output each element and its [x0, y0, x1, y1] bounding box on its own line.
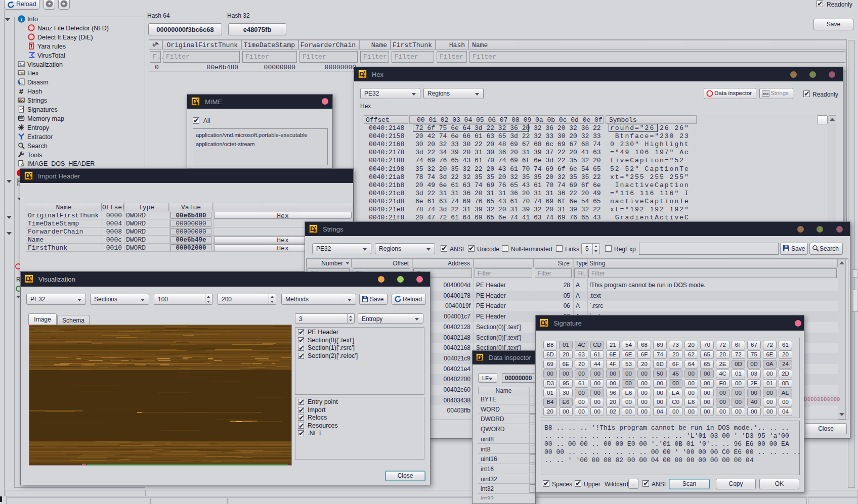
svg-text:#: #	[19, 87, 24, 95]
svg-text:abc: abc	[18, 99, 24, 102]
svg-text:010: 010	[18, 72, 24, 75]
svg-text:i: i	[21, 16, 22, 22]
svg-text:abc: abc	[762, 92, 768, 96]
